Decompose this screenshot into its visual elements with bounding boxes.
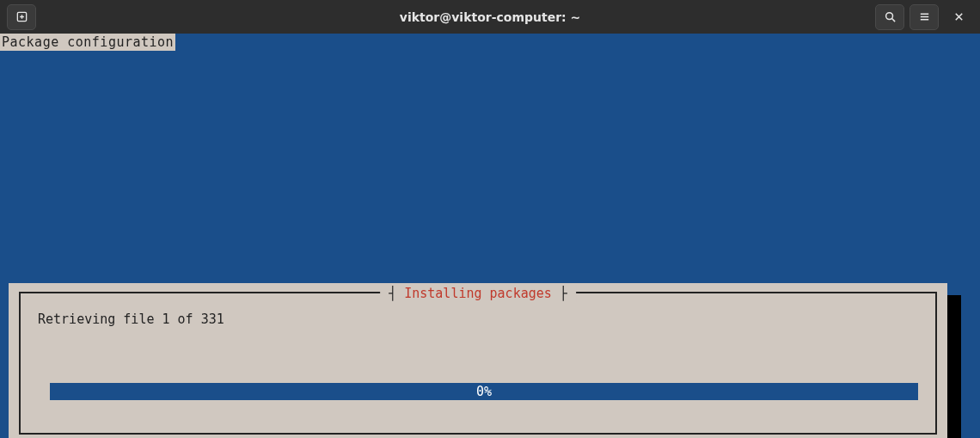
progress-bar: 0% bbox=[50, 383, 918, 400]
window-title: viktor@viktor-computer: ~ bbox=[0, 10, 980, 24]
dialog-message: Retrieving file 1 of 331 bbox=[38, 311, 224, 328]
dialog-title-text: Installing packages bbox=[404, 286, 552, 301]
close-button[interactable] bbox=[944, 4, 973, 30]
terminal-viewport[interactable]: Package configuration ┤ Installing packa… bbox=[0, 34, 980, 438]
page-title: Package configuration bbox=[0, 34, 175, 51]
progress-label: 0% bbox=[476, 383, 492, 400]
dialog-title: ┤ Installing packages ├ bbox=[380, 285, 576, 302]
window-titlebar: viktor@viktor-computer: ~ bbox=[0, 0, 980, 34]
new-tab-button[interactable] bbox=[7, 4, 36, 30]
svg-point-1 bbox=[885, 13, 892, 20]
menu-button[interactable] bbox=[910, 4, 939, 30]
search-button[interactable] bbox=[875, 4, 904, 30]
install-dialog: ┤ Installing packages ├ Retrieving file … bbox=[9, 283, 947, 438]
